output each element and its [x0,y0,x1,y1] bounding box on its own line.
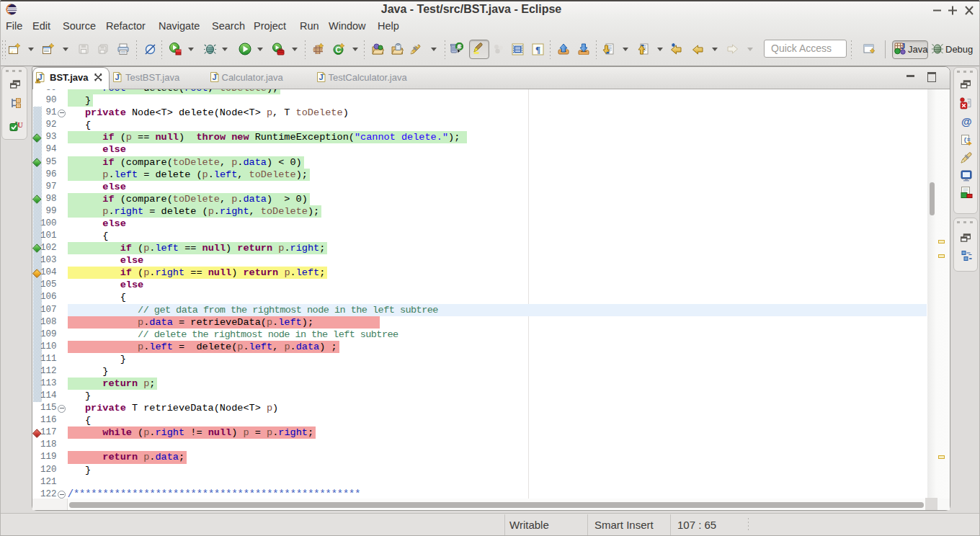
svg-text:J: J [115,73,119,81]
svg-text:J: J [318,73,323,81]
svg-text:J: J [212,73,216,81]
svg-text:¶: ¶ [535,44,540,55]
svg-text:C: C [336,45,342,54]
svg-text:U: U [17,120,23,129]
svg-text:J: J [901,43,905,50]
